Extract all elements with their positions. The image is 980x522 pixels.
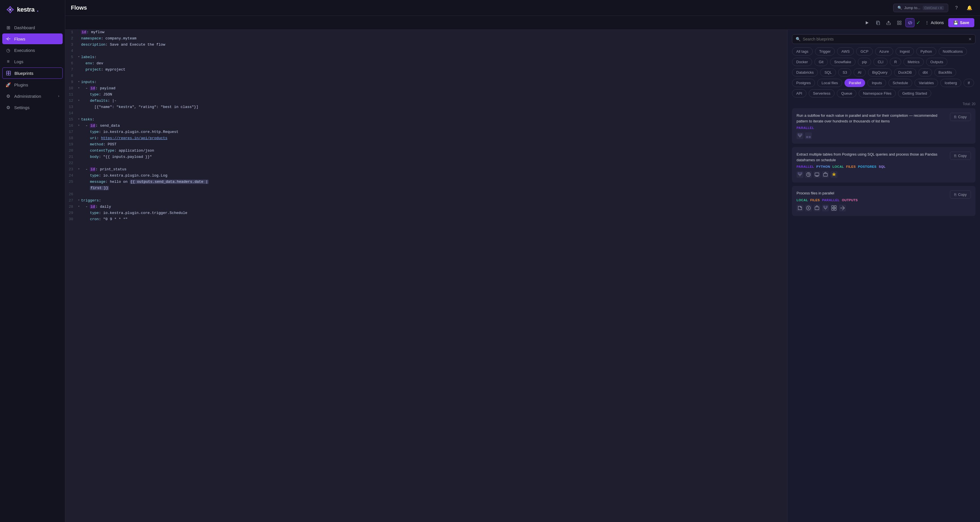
jump-to-button[interactable]: 🔍 Jump to... Ctrl/Cmd + K <box>893 4 948 12</box>
administration-icon: ⚙ <box>6 94 11 98</box>
sidebar-item-label: Plugins <box>14 83 28 87</box>
copy-button-bp1[interactable]: ⎘Copy <box>950 113 971 121</box>
svg-rect-34 <box>834 208 836 210</box>
logs-icon: ≡ <box>6 59 11 64</box>
jump-to-label: Jump to... <box>904 6 920 10</box>
sidebar-item-dashboard[interactable]: ⊞ Dashboard <box>2 22 63 33</box>
code-line-30: 30 cron: "0 9 * * *" <box>65 217 787 223</box>
search-input[interactable] <box>803 37 966 41</box>
logo-icon <box>6 5 15 14</box>
save-label: Save <box>960 21 969 25</box>
svg-rect-31 <box>832 206 834 208</box>
tag-git[interactable]: Git <box>815 58 828 66</box>
svg-point-1 <box>9 8 11 11</box>
tag-backfills[interactable]: Backfills <box>934 68 956 76</box>
tag-bigquery[interactable]: BigQuery <box>868 68 892 76</box>
tag-trigger[interactable]: Trigger <box>815 47 835 56</box>
sidebar: kestra. ⊞ Dashboard Flows ◷ Executions ≡… <box>0 0 65 522</box>
sidebar-item-settings[interactable]: ⚙ Settings <box>2 102 63 113</box>
svg-rect-17 <box>900 23 901 25</box>
sidebar-item-administration[interactable]: ⚙ Administration › <box>2 91 63 102</box>
tag-docker[interactable]: Docker <box>792 58 812 66</box>
settings-icon: ⚙ <box>6 105 11 110</box>
sidebar-item-plugins[interactable]: 🚀 Plugins <box>2 79 63 90</box>
tag-if[interactable]: If <box>964 79 974 87</box>
tag-snowflake[interactable]: Snowflake <box>830 58 856 66</box>
tag-python[interactable]: Python <box>916 47 936 56</box>
tag-namespace-files[interactable]: Namespace Files <box>859 89 896 97</box>
tag-local-files[interactable]: Local files <box>817 79 842 87</box>
blueprints-panel: 🔍 ✕ All tagsTriggerAWSGCPAzureIngestPyth… <box>787 30 980 522</box>
tag-all-tags[interactable]: All tags <box>792 47 813 56</box>
code-line-16: 16 ▾ - id: send_data <box>65 123 787 130</box>
tag-duckdb[interactable]: DuckDB <box>894 68 916 76</box>
tag-gcp[interactable]: GCP <box>856 47 873 56</box>
code-button[interactable] <box>905 18 915 27</box>
blueprint-card-bp2: Extract multiple tables from Postgres us… <box>792 147 975 182</box>
tag-ingest[interactable]: Ingest <box>896 47 914 56</box>
copy-icon: ⎘ <box>954 115 956 119</box>
tag-api[interactable]: API <box>792 89 807 97</box>
notification-button[interactable]: 🔔 <box>965 3 974 13</box>
tag-databricks[interactable]: Databricks <box>792 68 818 76</box>
tag-iceberg[interactable]: Iceberg <box>940 79 961 87</box>
svg-point-3 <box>13 9 14 11</box>
actions-dots-icon: ⋮ <box>925 21 929 25</box>
copy-label: Copy <box>958 115 967 119</box>
page-title: Flows <box>71 5 87 11</box>
tag-cli[interactable]: CLI <box>873 58 888 66</box>
svg-rect-6 <box>6 71 8 73</box>
svg-rect-33 <box>832 208 834 210</box>
sidebar-item-executions[interactable]: ◷ Executions <box>2 45 63 56</box>
logo: kestra. <box>0 0 65 19</box>
tag-postgres[interactable]: Postgres <box>792 79 815 87</box>
tag-aws[interactable]: AWS <box>837 47 854 56</box>
blueprint-icon-1 <box>805 132 812 139</box>
actions-button[interactable]: ⋮ Actions <box>922 19 947 27</box>
tag-getting-started[interactable]: Getting Started <box>898 89 931 97</box>
tag-parallel[interactable]: Parallel <box>845 79 865 87</box>
tag-serverless[interactable]: Serverless <box>809 89 835 97</box>
sidebar-item-flows[interactable]: Flows <box>2 33 63 44</box>
code-line-10: 10 ▾ - id: payload <box>65 86 787 92</box>
sidebar-item-label: Flows <box>14 36 25 41</box>
sidebar-item-label: Logs <box>14 59 24 64</box>
tag-variables[interactable]: Variables <box>915 79 938 87</box>
tag-azure[interactable]: Azure <box>875 47 893 56</box>
copy-button-bp2[interactable]: ⎘Copy <box>950 152 971 160</box>
dashboard-icon: ⊞ <box>6 25 11 30</box>
code-editor[interactable]: 1 id: myflow 2 namespace: company.myteam… <box>65 30 787 522</box>
run-button[interactable] <box>862 18 872 27</box>
blueprint-description: Process files in parallel <box>797 190 947 196</box>
tag-s3[interactable]: S3 <box>838 68 851 76</box>
tag-sql[interactable]: SQL <box>820 68 836 76</box>
help-button[interactable]: ? <box>951 3 961 13</box>
copy-label: Copy <box>958 154 967 158</box>
sidebar-item-logs[interactable]: ≡ Logs <box>2 56 63 67</box>
tag-r[interactable]: R <box>890 58 901 66</box>
save-button[interactable]: 💾 Save <box>948 18 974 27</box>
tag-pip[interactable]: pip <box>858 58 871 66</box>
tag-inputs[interactable]: Inputs <box>867 79 886 87</box>
svg-rect-9 <box>8 73 11 75</box>
code-line-21: 21 body: "{{ inputs.payload }}" <box>65 154 787 161</box>
code-line-13: 13 [{"name": "kestra", "rating": "best i… <box>65 105 787 111</box>
tag-schedule[interactable]: Schedule <box>888 79 912 87</box>
tag-outputs[interactable]: Outputs <box>926 58 948 66</box>
save-copy-button[interactable] <box>873 18 882 27</box>
tag-queue[interactable]: Queue <box>837 89 856 97</box>
grid-button[interactable] <box>895 18 904 27</box>
blueprint-icon-3 <box>822 205 829 211</box>
tag-notifications[interactable]: Notifications <box>939 47 967 56</box>
tag-dbt[interactable]: dbt <box>918 68 932 76</box>
svg-rect-18 <box>798 133 800 135</box>
copy-button-bp3[interactable]: ⎘Copy <box>950 190 971 199</box>
tag-metrics[interactable]: Metrics <box>904 58 924 66</box>
keyboard-shortcut: Ctrl/Cmd + K <box>923 6 944 10</box>
clear-search-icon[interactable]: ✕ <box>968 37 972 41</box>
export-button[interactable] <box>884 18 893 27</box>
blueprint-icon-1 <box>805 205 812 211</box>
tag-ai[interactable]: AI <box>854 68 865 76</box>
sidebar-item-blueprints[interactable]: Blueprints <box>2 67 63 79</box>
code-line-9: 9 ▾ inputs: <box>65 79 787 86</box>
